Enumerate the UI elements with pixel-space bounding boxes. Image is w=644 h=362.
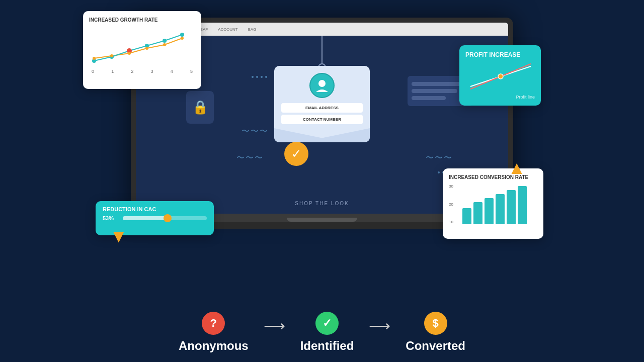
- flow-arrow-2: ⟶: [369, 317, 390, 334]
- envelope-card: EMAIL ADDRESS CONTACT NUMBER: [274, 66, 370, 142]
- label-5: 5: [190, 69, 193, 74]
- svg-point-5: [163, 39, 167, 43]
- svg-point-9: [128, 52, 131, 55]
- cac-percent-label: 53%: [103, 215, 119, 221]
- bar-3: [485, 198, 494, 224]
- page-background: WATCHES LEAF ACCOUNT BAG: [0, 0, 644, 362]
- identified-icon: ✓: [315, 312, 339, 335]
- wave-line-left: 〜〜〜: [242, 126, 269, 137]
- bar-6: [518, 186, 527, 224]
- dot-pattern-left: [252, 76, 267, 78]
- wave-line-right: 〜〜〜: [426, 153, 453, 163]
- y-axis-labels: 30 20 10: [449, 184, 453, 224]
- content-line-2: [412, 89, 457, 93]
- laptop-notch: [287, 218, 357, 222]
- y-label-10: 10: [449, 220, 453, 224]
- profit-chart-svg: [465, 61, 536, 92]
- contact-field: CONTACT NUMBER: [281, 115, 363, 124]
- conversion-rate-card: INCREASED CONVERSION RATE 30 20 10: [443, 168, 543, 239]
- profit-line-label: Profit line: [465, 95, 535, 100]
- envelope-flap: [274, 128, 370, 142]
- y-label-20: 20: [449, 202, 453, 207]
- bar-1: [462, 208, 471, 224]
- profit-card-title: PROFIT INCREASE: [465, 51, 535, 58]
- label-0: 0: [92, 69, 94, 74]
- label-2: 2: [131, 69, 133, 74]
- svg-point-15: [498, 74, 503, 79]
- slider-fill: [123, 216, 168, 220]
- label-3: 3: [151, 69, 153, 74]
- cac-slider-wrapper: 53%: [103, 215, 207, 221]
- svg-point-12: [181, 37, 184, 40]
- lock-icon: 🔒: [192, 100, 208, 115]
- sidebar-icon-card: 🔒: [186, 91, 214, 124]
- label-4: 4: [171, 69, 173, 74]
- bottom-flow-section: ? Anonymous ⟶ ✓ Identified ⟶ $ Converted: [0, 312, 644, 353]
- slider-track[interactable]: [123, 216, 207, 220]
- shop-label: SHOP THE LOOK: [295, 201, 349, 206]
- cac-title: REDUCTION IN CAC: [103, 206, 207, 212]
- hook-line: [321, 36, 323, 66]
- y-label-30: 30: [449, 184, 453, 189]
- bar-chart-container: 30 20 10: [449, 184, 537, 224]
- flow-converted: $ Converted: [406, 312, 465, 353]
- wave-line-bottom-left: 〜〜〜: [236, 153, 264, 163]
- svg-point-8: [110, 54, 113, 57]
- checkmark-gold: ✓: [284, 142, 308, 166]
- flow-identified: ✓ Identified: [300, 312, 354, 353]
- label-1: 1: [111, 69, 114, 74]
- svg-point-11: [163, 43, 166, 46]
- flow-anonymous: ? Anonymous: [179, 312, 249, 353]
- converted-label: Converted: [406, 339, 465, 353]
- bar-2: [473, 202, 482, 224]
- svg-point-6: [180, 33, 184, 37]
- nav-link-account[interactable]: ACCOUNT: [218, 27, 238, 32]
- anonymous-icon: ?: [202, 312, 225, 335]
- svg-point-0: [318, 80, 326, 87]
- chart-x-labels: 0 1 2 3 4 5: [89, 69, 195, 74]
- nav-link-bag[interactable]: BAG: [248, 27, 257, 32]
- profit-increase-card: PROFIT INCREASE Profit line: [459, 45, 541, 106]
- anonymous-label: Anonymous: [179, 339, 249, 353]
- flow-arrow-1: ⟶: [264, 317, 285, 334]
- content-line-3: [412, 96, 446, 100]
- svg-point-7: [93, 57, 96, 60]
- growth-card-title: INCREASED GROWTH RATE: [89, 17, 195, 23]
- converted-icon: $: [424, 312, 447, 335]
- avatar-circle: [309, 73, 335, 98]
- arrow-down-icon: ▼: [110, 227, 128, 245]
- slider-thumb[interactable]: [164, 214, 172, 222]
- profit-chart: Profit line: [465, 61, 535, 94]
- bar-4: [496, 194, 505, 224]
- email-field: EMAIL ADDRESS: [281, 103, 363, 113]
- growth-chart-svg: [89, 26, 195, 66]
- bar-5: [507, 190, 516, 224]
- growth-rate-card: INCREASED GROWTH RATE: [83, 11, 201, 89]
- growth-chart: 0 1 2 3 4 5: [89, 26, 195, 76]
- arrow-up-icon: ▲: [508, 159, 526, 177]
- svg-point-10: [145, 47, 148, 50]
- identified-label: Identified: [300, 339, 354, 353]
